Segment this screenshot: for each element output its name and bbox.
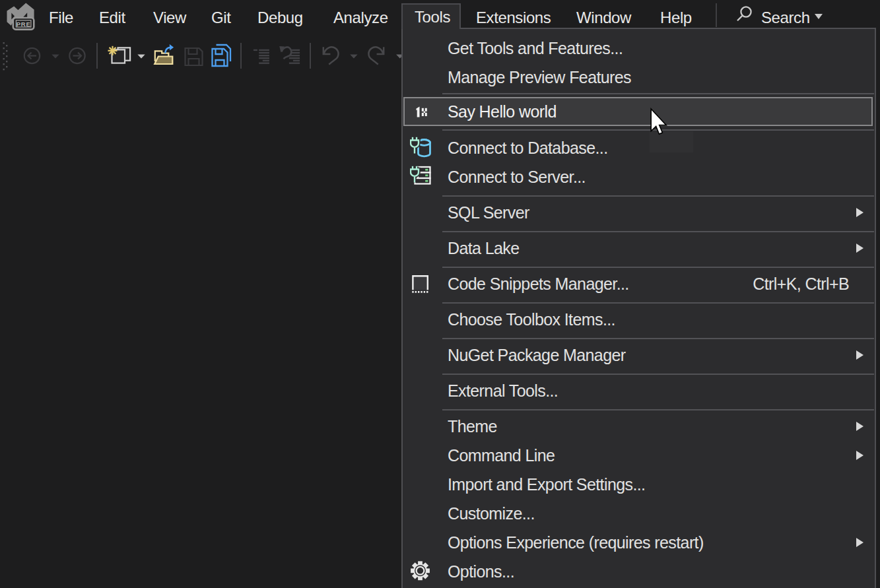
svg-text:PRE: PRE [17,20,31,28]
